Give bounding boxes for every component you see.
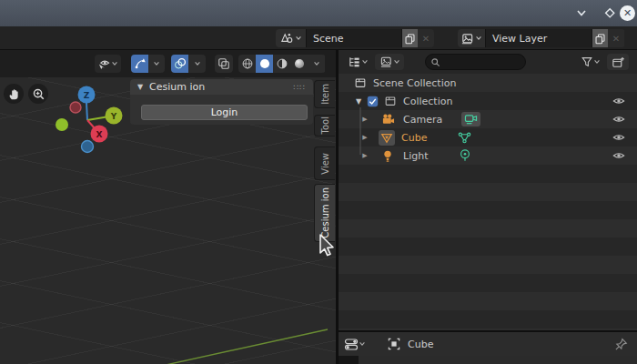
overlays-icon (174, 57, 187, 70)
gizmo-dropdown-button[interactable] (148, 55, 165, 73)
object-type-visibility-button[interactable] (95, 55, 121, 73)
hide-eye-icon[interactable] (612, 113, 625, 126)
axis-z-label: Z (84, 91, 90, 100)
outliner-row-cube[interactable]: ▶ Cube (339, 128, 637, 147)
light-object-icon (381, 149, 394, 163)
duplicate-icon (594, 33, 606, 45)
filter-funnel-icon (581, 56, 593, 68)
row-label: Camera (403, 114, 442, 126)
view-layer-icon (379, 56, 393, 68)
outliner-display-mode-button[interactable] (375, 54, 404, 70)
outliner: Scene Collection ▼ Collection ▶ (339, 50, 637, 330)
collapse-icon[interactable]: ▼ (353, 97, 364, 106)
window-close-button[interactable]: ✕ (620, 5, 635, 21)
object-icon (388, 338, 400, 350)
blender-window: ✕ Scene ✕ (0, 0, 637, 364)
window-minimize-button[interactable] (572, 4, 591, 22)
cesium-ion-panel-header[interactable]: ▼ Cesium ion ∷∷ (130, 79, 313, 95)
row-label: Light (403, 150, 428, 162)
outliner-search-box[interactable] (425, 54, 526, 70)
new-collection-button[interactable] (607, 54, 629, 70)
pan-view-button[interactable] (4, 84, 24, 104)
scene-browse-button[interactable] (276, 29, 306, 47)
shading-wireframe-button[interactable] (238, 55, 256, 73)
view-layer-new-button[interactable] (592, 29, 608, 47)
overlays-toggle-group (171, 55, 206, 73)
view-layer-icon (460, 32, 474, 46)
show-gizmo-button[interactable] (131, 55, 148, 73)
shading-rendered-button[interactable] (290, 55, 308, 73)
mesh-object-icon-box (379, 130, 395, 146)
xray-icon (217, 57, 230, 70)
x-icon: ✕ (612, 34, 620, 44)
shading-material-button[interactable] (273, 55, 290, 73)
login-button[interactable]: Login (141, 105, 308, 120)
sidebar-tab-item[interactable]: Item (314, 80, 335, 108)
outliner-row-camera[interactable]: ▶ Camera (339, 110, 637, 128)
panel-disclosure-icon[interactable]: ▼ (135, 83, 146, 91)
sidebar-tab-view[interactable]: View (314, 147, 335, 180)
duplicate-icon (404, 33, 416, 45)
view-layer-name: View Layer (492, 33, 547, 45)
camera-data-icon-box[interactable] (461, 112, 480, 126)
properties-editor-type-button[interactable] (344, 338, 366, 351)
window-maximize-button[interactable] (601, 4, 619, 22)
row-label: Scene Collection (373, 77, 456, 89)
chevron-down-icon (475, 35, 482, 42)
hide-eye-icon[interactable] (612, 95, 625, 107)
viewport-header (0, 50, 336, 77)
row-label-selected: Cube (401, 132, 427, 144)
mesh-data-icon (458, 131, 471, 144)
panel-drag-handle-icon[interactable]: ∷∷ (294, 83, 306, 92)
scene-unlink-button[interactable]: ✕ (418, 29, 434, 47)
material-sphere-icon (276, 57, 288, 70)
outliner-editor-type-button[interactable] (344, 54, 371, 70)
scene-new-button[interactable] (402, 29, 418, 47)
overlays-dropdown-button[interactable] (188, 55, 206, 73)
checkbox-checked-icon[interactable] (367, 96, 379, 107)
view-layer-browse-button[interactable] (458, 29, 485, 47)
outliner-filter-button[interactable] (578, 54, 603, 70)
view-layer-remove-button[interactable]: ✕ (608, 29, 624, 47)
axis-minus-z-ball[interactable] (82, 141, 94, 153)
gizmo-toggle-group (131, 55, 165, 73)
toggle-xray-button[interactable] (215, 55, 233, 73)
pin-icon[interactable] (614, 338, 628, 351)
hide-eye-icon[interactable] (612, 149, 625, 162)
collection-plus-icon (612, 56, 625, 69)
properties-icon (344, 338, 359, 351)
shading-solid-button[interactable] (256, 55, 273, 73)
zoom-view-button[interactable] (28, 84, 48, 104)
expand-icon[interactable]: ▶ (360, 134, 369, 141)
chevron-down-icon (153, 60, 160, 67)
mouse-cursor (317, 233, 337, 260)
view-layer-selector: View Layer ✕ (458, 29, 625, 47)
axis-minus-y-ball[interactable] (56, 118, 68, 131)
outliner-icon (348, 56, 361, 68)
scene-name-field[interactable]: Scene (306, 29, 402, 47)
scene-selector: Scene ✕ (276, 29, 434, 47)
diamond-icon (603, 6, 616, 19)
chevron-down-icon (295, 35, 302, 42)
hide-eye-icon[interactable] (612, 131, 625, 144)
tab-label: Item (320, 84, 330, 105)
properties-body (359, 356, 637, 364)
axis-minus-x-ball[interactable] (70, 102, 81, 113)
chevron-down-icon (593, 58, 601, 66)
mesh-object-icon (380, 132, 393, 144)
sidebar-tab-tool[interactable]: Tool (314, 115, 335, 136)
outliner-row-light[interactable]: ▶ Light (339, 147, 637, 165)
outliner-row-scene-collection[interactable]: Scene Collection (339, 74, 637, 92)
outliner-search-input[interactable] (440, 57, 513, 67)
expand-icon[interactable]: ▶ (360, 152, 369, 159)
expand-icon[interactable]: ▶ (360, 116, 369, 123)
outliner-row-collection[interactable]: ▼ Collection (339, 92, 637, 110)
tab-label: Tool (320, 116, 330, 134)
axis-navigation-gizmo[interactable]: Z Y X (47, 82, 129, 164)
properties-breadcrumb[interactable]: Cube (388, 338, 433, 350)
show-overlays-button[interactable] (171, 55, 188, 73)
view-layer-name-field[interactable]: View Layer (485, 29, 592, 47)
scene-name: Scene (313, 33, 344, 45)
shading-dropdown-button[interactable] (308, 55, 325, 73)
light-data-icon (459, 148, 471, 162)
